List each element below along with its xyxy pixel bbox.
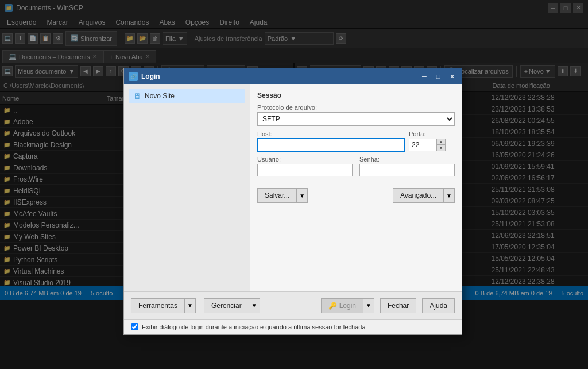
modal-minimize-button[interactable]: ─ — [419, 71, 430, 82]
salvar-button[interactable]: Salvar... — [257, 188, 297, 203]
user-label: Usuário: — [257, 156, 353, 163]
protocol-group: Protocolo de arquivo: SFTP FTP SCP — [257, 104, 455, 126]
fechar-button[interactable]: Fechar — [380, 298, 416, 313]
checkbox-row: Exibir diálogo de login durante a inicia… — [124, 319, 462, 334]
port-down-button[interactable]: ▼ — [436, 145, 446, 151]
credentials-row: Usuário: Senha: — [257, 156, 455, 181]
password-group: Senha: — [359, 156, 455, 176]
host-group: Host: — [257, 130, 404, 151]
protocol-label: Protocolo de arquivo: — [257, 104, 455, 111]
modal-app-icon: 🔗 — [129, 72, 138, 81]
modal-sidebar: 🖥 Novo Site — [124, 84, 250, 291]
modal-body: 🖥 Novo Site Sessão Protocolo de arquivo:… — [124, 84, 462, 291]
checkbox-label[interactable]: Exibir diálogo de login durante a inicia… — [131, 323, 455, 330]
modal-overlay: 🔗 Login ─ □ ✕ 🖥 Novo Site Sessão Protoco… — [0, 0, 588, 369]
ferramentas-dropdown-button[interactable]: ▼ — [185, 298, 196, 313]
gerenciar-dropdown-button[interactable]: ▼ — [249, 298, 260, 313]
port-up-button[interactable]: ▲ — [436, 139, 446, 145]
port-input[interactable] — [409, 139, 436, 151]
host-label: Host: — [257, 130, 404, 137]
login-dropdown-button[interactable]: ▼ — [363, 298, 374, 313]
login-dialog: 🔗 Login ─ □ ✕ 🖥 Novo Site Sessão Protoco… — [123, 68, 462, 335]
show-login-checkbox[interactable] — [131, 323, 138, 330]
session-section-title: Sessão — [257, 91, 455, 99]
password-label: Senha: — [359, 156, 455, 163]
modal-close-button[interactable]: ✕ — [447, 71, 457, 82]
port-label: Porta: — [409, 130, 455, 137]
modal-titlebar: 🔗 Login ─ □ ✕ — [124, 68, 462, 84]
user-group: Usuário: — [257, 156, 353, 176]
gerenciar-button[interactable]: Gerenciar — [204, 298, 249, 313]
ajuda-button[interactable]: Ajuda — [422, 298, 455, 313]
avancado-dropdown-button[interactable]: ▼ — [444, 188, 455, 203]
user-input[interactable] — [257, 164, 353, 176]
action-buttons-row: Salvar... ▼ Avançado... ▼ — [257, 188, 455, 203]
modal-footer: Ferramentas ▼ Gerenciar ▼ 🔑 Login ▼ Fech… — [124, 291, 462, 319]
modal-maximize-button[interactable]: □ — [433, 71, 443, 82]
login-button[interactable]: 🔑 Login — [321, 298, 363, 313]
new-site-item[interactable]: 🖥 Novo Site — [129, 89, 245, 103]
host-input[interactable] — [257, 139, 404, 151]
login-icon: 🔑 — [328, 302, 337, 310]
ferramentas-button[interactable]: Ferramentas — [131, 298, 185, 313]
monitor-icon: 🖥 — [133, 91, 141, 101]
password-input[interactable] — [359, 164, 455, 176]
port-group: Porta: ▲ ▼ — [409, 130, 455, 151]
protocol-select[interactable]: SFTP FTP SCP — [257, 112, 455, 126]
modal-title: Login — [141, 72, 416, 80]
salvar-dropdown-button[interactable]: ▼ — [297, 188, 308, 203]
modal-form: Sessão Protocolo de arquivo: SFTP FTP SC… — [250, 84, 462, 291]
avancado-button[interactable]: Avançado... — [393, 188, 444, 203]
host-port-row: Host: Porta: ▲ ▼ — [257, 130, 455, 156]
